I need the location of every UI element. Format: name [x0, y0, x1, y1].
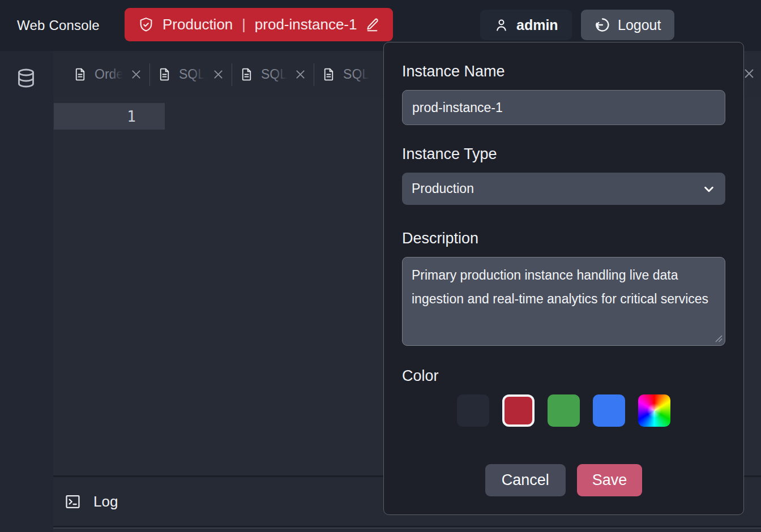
instance-type-value: Production: [412, 181, 474, 196]
sidebar: [0, 51, 53, 532]
logout-icon: [595, 17, 610, 33]
description-textarea[interactable]: Primary production instance handling liv…: [402, 257, 725, 346]
edit-instance-modal: Instance Name Instance Type Production D…: [383, 42, 744, 515]
tab-close-icon[interactable]: [130, 68, 142, 80]
color-label: Color: [402, 367, 725, 385]
badge-separator: |: [241, 16, 247, 33]
resize-grip-icon[interactable]: [715, 335, 722, 342]
instance-name-input[interactable]: [402, 90, 725, 125]
terminal-icon: [64, 493, 82, 510]
description-textarea-wrap: Primary production instance handling liv…: [402, 257, 725, 346]
instance-type-badge-label: Production: [163, 16, 233, 33]
log-label: Log: [93, 493, 118, 510]
color-swatch-row: [402, 394, 725, 427]
save-button[interactable]: Save: [577, 464, 643, 496]
shield-check-icon: [138, 16, 155, 33]
footer-strip: [53, 527, 761, 532]
instance-type-label: Instance Type: [402, 145, 725, 163]
color-swatch-green[interactable]: [548, 394, 580, 427]
tab-label: Orders: [95, 67, 123, 82]
tab-sql-3[interactable]: SQL: [314, 51, 377, 98]
tab-sql-1[interactable]: SQL: [150, 51, 232, 98]
line-number: 1: [127, 108, 136, 125]
database-icon[interactable]: [15, 67, 37, 89]
file-icon: [157, 67, 172, 81]
editor-current-line[interactable]: 1: [54, 103, 165, 130]
modal-buttons: Cancel Save: [402, 464, 725, 496]
logout-label: Logout: [618, 17, 661, 33]
instance-badge[interactable]: Production | prod-instance-1: [125, 8, 393, 41]
tab-close-icon-overflow[interactable]: [743, 67, 755, 80]
instance-name-badge-label: prod-instance-1: [255, 16, 357, 33]
file-icon: [240, 67, 254, 81]
file-icon: [322, 67, 336, 81]
logout-button[interactable]: Logout: [581, 10, 674, 40]
edit-pencil-icon[interactable]: [365, 17, 380, 32]
color-swatch-default[interactable]: [457, 394, 489, 427]
color-swatch-red[interactable]: [502, 394, 535, 427]
tab-label: SQL: [343, 67, 369, 82]
tab-orders[interactable]: Orders: [66, 51, 149, 98]
tab-label: SQL: [179, 67, 205, 82]
user-name: admin: [516, 17, 558, 33]
tab-sql-2[interactable]: SQL: [232, 51, 314, 98]
user-chip: admin: [480, 10, 572, 40]
instance-name-label: Instance Name: [402, 63, 725, 80]
instance-type-select[interactable]: Production: [402, 173, 725, 205]
file-icon: [73, 67, 87, 81]
tab-close-icon[interactable]: [212, 68, 224, 80]
user-icon: [494, 18, 509, 33]
color-swatch-rainbow[interactable]: [638, 394, 670, 427]
app-title: Web Console: [17, 0, 100, 51]
color-swatch-blue[interactable]: [593, 394, 625, 427]
cancel-button[interactable]: Cancel: [485, 464, 566, 496]
description-label: Description: [402, 230, 725, 247]
tab-label: SQL: [261, 67, 287, 82]
chevron-down-icon: [703, 183, 715, 195]
tab-close-icon[interactable]: [294, 68, 306, 80]
